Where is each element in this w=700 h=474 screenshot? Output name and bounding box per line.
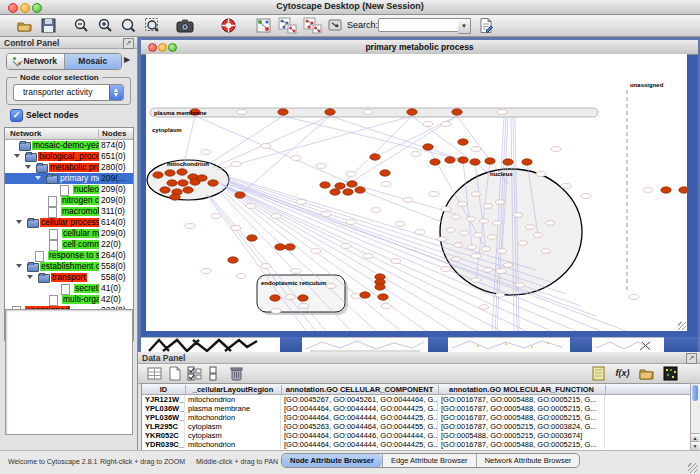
table-row[interactable]: YDR039C__1mitochondrion[GO:0044464, GO:0… bbox=[142, 440, 690, 449]
graph-node[interactable] bbox=[679, 187, 687, 193]
graph-node[interactable] bbox=[235, 192, 245, 198]
graph-node[interactable] bbox=[458, 157, 468, 163]
graph-node[interactable] bbox=[153, 172, 163, 178]
graph-node[interactable] bbox=[178, 180, 188, 186]
expander-icon[interactable] bbox=[27, 275, 33, 279]
tree-row[interactable]: response to stimulu264(0) bbox=[5, 250, 133, 261]
graph-node[interactable] bbox=[183, 187, 193, 193]
formula-builder-button[interactable]: f(x) bbox=[614, 365, 631, 382]
tab-edge-attribute-browser[interactable]: Edge Attribute Browser bbox=[382, 454, 476, 467]
table-row[interactable]: YPL036W__1mitochondrion[GO:0044464, GO:0… bbox=[142, 413, 690, 422]
graph-node[interactable] bbox=[270, 295, 280, 301]
color-attribute-select[interactable]: transporter activity bbox=[13, 84, 124, 101]
table-column-header[interactable]: annotation.GO MOLECULAR_FUNCTION bbox=[438, 385, 606, 394]
graph-node[interactable] bbox=[445, 157, 455, 163]
help-button[interactable] bbox=[220, 17, 237, 34]
tree-row[interactable]: metabolic process280(0) bbox=[5, 162, 133, 173]
graph-node[interactable] bbox=[330, 189, 340, 195]
background-window-3[interactable] bbox=[448, 337, 570, 353]
graph-node[interactable] bbox=[285, 244, 295, 250]
graph-node[interactable] bbox=[298, 295, 308, 301]
table-row[interactable]: YKR052Ccytoplasm[GO:0044464, GO:0044446,… bbox=[142, 431, 690, 440]
zoom-out-button[interactable] bbox=[73, 17, 90, 34]
graph-node[interactable] bbox=[228, 257, 238, 263]
graph-node[interactable] bbox=[485, 158, 495, 164]
scrollbar-thumb[interactable] bbox=[692, 385, 698, 401]
snapshot-button[interactable] bbox=[176, 17, 193, 34]
float-panel-icon[interactable]: ↗ bbox=[123, 38, 134, 49]
expander-icon[interactable] bbox=[14, 154, 20, 158]
tree-row[interactable]: nucleobase-209(0) bbox=[5, 184, 133, 195]
tab-mosaic[interactable]: Mosaic bbox=[64, 54, 122, 69]
graph-node[interactable] bbox=[503, 159, 513, 165]
matrix-view-button[interactable] bbox=[662, 365, 679, 382]
select-nodes-checkbox[interactable]: ✓ bbox=[10, 109, 23, 122]
graph-node[interactable] bbox=[423, 144, 433, 150]
network-window-titlebar[interactable]: primary metabolic process bbox=[141, 40, 698, 55]
zoom-selected-button[interactable] bbox=[120, 17, 137, 34]
graph-node[interactable] bbox=[170, 194, 180, 200]
select-attributes-button[interactable] bbox=[186, 365, 203, 382]
unselect-attributes-button[interactable] bbox=[206, 365, 223, 382]
table-row[interactable]: YLR295Ccytoplasm[GO:0045263, GO:0044464,… bbox=[142, 422, 690, 431]
open-session-button[interactable] bbox=[16, 17, 33, 34]
tab-network-attribute-browser[interactable]: Network Attribute Browser bbox=[476, 454, 580, 467]
window-resize-grip[interactable] bbox=[676, 322, 687, 331]
graph-node[interactable] bbox=[375, 284, 385, 290]
tab-node-attribute-browser[interactable]: Node Attribute Browser bbox=[282, 454, 382, 467]
table-row[interactable]: YPL036W__2plasma membrane[GO:0044464, GO… bbox=[142, 404, 690, 413]
tree-row[interactable]: nitrogen compo209(0) bbox=[5, 195, 133, 206]
tree-row[interactable]: mosaic-demo-yeast874(0) bbox=[5, 140, 133, 151]
table-scrollbar[interactable]: ▲ ▼ bbox=[690, 383, 700, 451]
graph-node[interactable] bbox=[347, 181, 357, 187]
delete-attribute-button[interactable] bbox=[228, 365, 245, 382]
attribute-file-button[interactable] bbox=[477, 17, 494, 34]
graph-node[interactable] bbox=[522, 159, 532, 165]
graph-node[interactable] bbox=[275, 244, 285, 250]
graph-node[interactable] bbox=[378, 294, 388, 300]
vizmapper-button[interactable] bbox=[255, 17, 272, 34]
tab-overflow-button[interactable]: ▶ bbox=[124, 55, 130, 64]
graph-node[interactable] bbox=[335, 183, 345, 189]
background-window-2[interactable] bbox=[302, 337, 428, 353]
zoom-fit-button[interactable] bbox=[144, 17, 161, 34]
graph-node[interactable] bbox=[458, 139, 468, 145]
network-overlay-alt-button[interactable] bbox=[303, 17, 320, 34]
table-column-header[interactable]: annotation.GO CELLULAR_COMPONENT bbox=[281, 385, 439, 394]
graph-node[interactable] bbox=[247, 235, 257, 241]
tab-network[interactable]: Network bbox=[7, 54, 64, 69]
tree-row[interactable]: multi-organism pro42(0) bbox=[5, 294, 133, 305]
expander-icon[interactable] bbox=[16, 220, 22, 224]
tree-row[interactable]: cellular metabol209(0) bbox=[5, 228, 133, 239]
graph-node[interactable] bbox=[407, 109, 417, 115]
graph-node[interactable] bbox=[452, 109, 462, 115]
tree-row[interactable]: cell communicat22(0) bbox=[5, 239, 133, 250]
search-dropdown-button[interactable]: ▼ bbox=[458, 18, 471, 34]
expander-icon[interactable] bbox=[25, 165, 31, 169]
graph-node[interactable] bbox=[343, 189, 353, 195]
annotation-button[interactable] bbox=[327, 17, 344, 34]
birdseye-view-panel[interactable] bbox=[5, 309, 133, 435]
attribute-editor-button[interactable] bbox=[590, 365, 607, 382]
graph-node[interactable] bbox=[197, 175, 207, 181]
network-canvas[interactable]: plasma membranecytoplasmmitochondrionnuc… bbox=[146, 54, 687, 331]
background-window-1[interactable] bbox=[141, 337, 280, 353]
network-view-window[interactable]: primary metabolic process plasma membran… bbox=[141, 40, 698, 337]
graph-node[interactable] bbox=[380, 170, 390, 176]
graph-node[interactable] bbox=[177, 169, 187, 175]
float-panel-icon[interactable]: ↗ bbox=[686, 353, 697, 364]
graph-node[interactable] bbox=[160, 187, 170, 193]
tree-row[interactable]: biological_process651(0) bbox=[5, 151, 133, 162]
tree-row[interactable]: transport558(0) bbox=[5, 272, 133, 283]
graph-node[interactable] bbox=[165, 170, 175, 176]
table-column-header[interactable]: ID bbox=[142, 385, 186, 394]
tree-row[interactable]: primary metabo209(... bbox=[5, 173, 133, 184]
import-attributes-button[interactable] bbox=[638, 365, 655, 382]
expander-icon[interactable] bbox=[35, 176, 41, 180]
graph-node[interactable] bbox=[370, 154, 380, 160]
new-attribute-button[interactable] bbox=[166, 365, 183, 382]
graph-node[interactable] bbox=[430, 159, 440, 165]
zoom-in-button[interactable] bbox=[97, 17, 114, 34]
tree-row[interactable]: cellular process614(0) bbox=[5, 217, 133, 228]
scroll-down-button[interactable]: ▼ bbox=[691, 441, 699, 450]
